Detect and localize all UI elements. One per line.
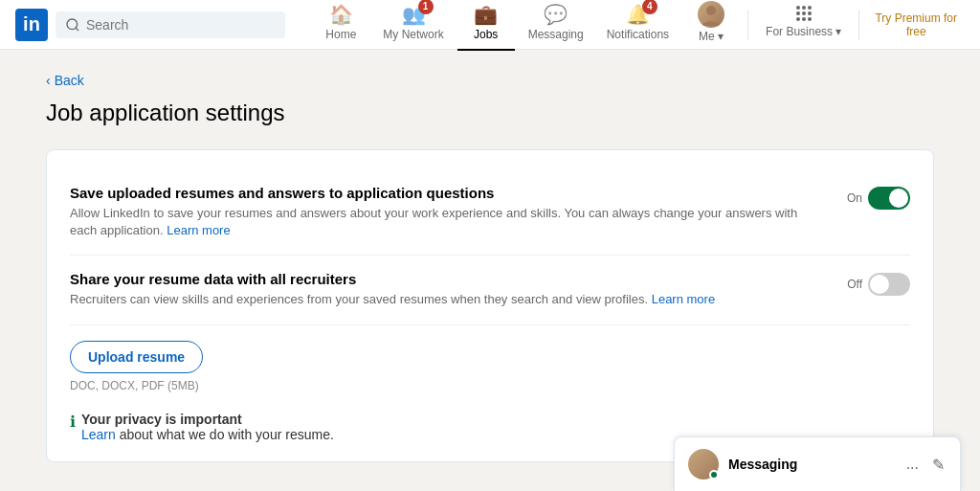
share-learn-more-link[interactable]: Learn more [652,292,715,306]
upload-resume-button[interactable]: Upload resume [70,341,203,373]
avatar [698,1,724,28]
notifications-icon: 🔔 4 [626,3,650,26]
nav-label-network: My Network [383,28,443,41]
nav-item-messaging[interactable]: 💬 Messaging [519,0,593,51]
me-label: Me ▾ [699,30,724,43]
nav-item-for-business[interactable]: For Business ▾ [756,2,851,48]
messaging-more-button[interactable]: ... [904,454,921,475]
premium-line1: Try Premium for [875,11,957,25]
resume-toggle-knob [889,189,908,208]
privacy-icon: ℹ [70,413,76,431]
nav-premium[interactable]: Try Premium for free [867,8,965,42]
network-badge: 1 [418,0,434,14]
resume-learn-more-link[interactable]: Learn more [167,223,230,237]
nav-item-my-network[interactable]: 👥 1 My Network [373,0,453,51]
setting-desc-resume: Allow LinkedIn to save your resumes and … [70,205,816,239]
privacy-learn-link[interactable]: Learn [81,427,116,442]
nav-items: 🏠 Home 👥 1 My Network 💼 Jobs 💬 Messaging… [312,0,965,53]
jobs-icon: 💼 [474,3,498,26]
share-toggle[interactable] [868,273,910,296]
share-toggle-container: Off [847,273,910,296]
nav-label-for-business: For Business ▾ [766,25,841,38]
back-label: Back [55,73,84,88]
messaging-widget-label: Messaging [728,457,895,472]
search-input[interactable] [86,17,276,33]
resume-toggle[interactable] [868,187,910,210]
setting-title-share: Share your resume data with all recruite… [70,271,816,287]
setting-title-resume: Save uploaded resumes and answers to app… [70,185,816,201]
messaging-avatar [688,449,719,480]
linkedin-logo[interactable]: in [15,9,48,41]
messaging-icon: 💬 [544,3,568,26]
home-icon: 🏠 [329,3,353,26]
setting-desc-share: Recruiters can view skills and experienc… [70,291,816,308]
setting-row-resume: Save uploaded resumes and answers to app… [70,169,910,256]
setting-row-share: Share your resume data with all recruite… [70,256,910,324]
nav-divider [747,10,748,40]
privacy-rest-text: about what we do with your resume. [116,427,334,442]
nav-label-home: Home [325,28,356,41]
navbar: in 🏠 Home 👥 1 My Network 💼 Jobs 💬 Mes [0,0,980,50]
share-toggle-state-label: Off [847,278,862,291]
messaging-widget: Messaging ... ✎ [674,436,961,485]
nav-item-me[interactable]: Me ▾ [682,0,740,53]
setting-info-share: Share your resume data with all recruite… [70,271,847,308]
privacy-text: Your privacy is important Learn about wh… [81,412,334,442]
grid-icon [796,6,812,23]
nav-divider-2 [858,10,859,40]
search-bar[interactable] [56,11,285,38]
nav-item-notifications[interactable]: 🔔 4 Notifications [597,0,679,51]
privacy-title: Your privacy is important [81,412,242,427]
nav-label-jobs: Jobs [474,28,498,41]
svg-point-2 [706,6,716,15]
premium-line2: free [875,25,957,38]
setting-desc-share-text: Recruiters can view skills and experienc… [70,292,648,306]
svg-point-0 [67,19,78,30]
online-status-dot [709,470,719,480]
nav-label-notifications: Notifications [607,28,669,41]
messaging-compose-button[interactable]: ✎ [930,454,947,476]
resume-toggle-state-label: On [847,191,862,205]
upload-hint: DOC, DOCX, PDF (5MB) [70,379,910,392]
setting-info-resume: Save uploaded resumes and answers to app… [70,185,847,239]
resume-toggle-container: On [847,187,910,210]
back-link[interactable]: ‹ Back [46,73,84,88]
main-content: ‹ Back Job application settings Save upl… [31,73,949,462]
network-icon: 👥 1 [402,3,426,26]
messaging-actions: ... ✎ [904,454,947,476]
nav-item-jobs[interactable]: 💼 Jobs [457,0,515,51]
nav-label-messaging: Messaging [528,28,584,41]
settings-card: Save uploaded resumes and answers to app… [46,149,934,462]
search-icon [65,17,80,33]
upload-section: Upload resume DOC, DOCX, PDF (5MB) [70,341,910,392]
nav-item-home[interactable]: 🏠 Home [312,0,369,51]
page-title: Job application settings [46,100,934,126]
back-chevron-icon: ‹ [46,73,51,88]
notifications-badge: 4 [642,0,657,14]
svg-line-1 [76,28,78,31]
